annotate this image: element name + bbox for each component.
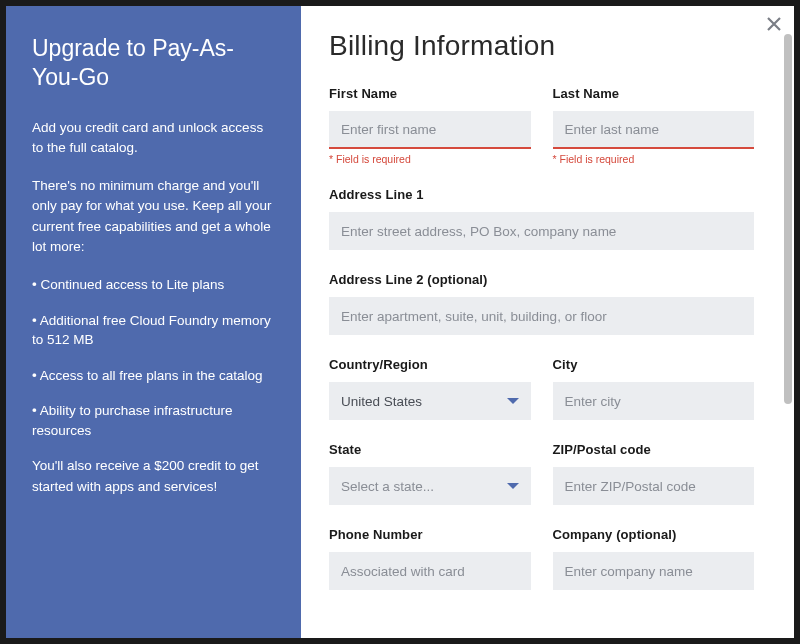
phone-input[interactable] [329, 552, 531, 590]
chevron-down-icon [507, 398, 519, 404]
city-label: City [553, 357, 755, 372]
sidebar: Upgrade to Pay-As-You-Go Add you credit … [6, 6, 301, 638]
sidebar-intro: Add you credit card and unlock access to… [32, 118, 277, 159]
last-name-input[interactable] [553, 111, 755, 149]
first-name-error: Field is required [329, 153, 531, 165]
first-name-label: First Name [329, 86, 531, 101]
address1-field: Address Line 1 [329, 187, 754, 250]
chevron-down-icon [507, 483, 519, 489]
first-name-input[interactable] [329, 111, 531, 149]
sidebar-bullet: Ability to purchase infrastructure resou… [32, 401, 277, 440]
company-input[interactable] [553, 552, 755, 590]
phone-label: Phone Number [329, 527, 531, 542]
country-label: Country/Region [329, 357, 531, 372]
state-placeholder: Select a state... [341, 479, 434, 494]
company-field: Company (optional) [553, 527, 755, 590]
country-field: Country/Region United States [329, 357, 531, 420]
address2-label: Address Line 2 (optional) [329, 272, 754, 287]
state-label: State [329, 442, 531, 457]
country-select[interactable]: United States [329, 382, 531, 420]
sidebar-outro: You'll also receive a $200 credit to get… [32, 456, 277, 497]
close-icon [764, 20, 784, 37]
sidebar-bullet: Continued access to Lite plans [32, 275, 277, 295]
state-select[interactable]: Select a state... [329, 467, 531, 505]
sidebar-bullet: Access to all free plans in the catalog [32, 366, 277, 386]
form-heading: Billing Information [329, 30, 754, 62]
last-name-error: Field is required [553, 153, 755, 165]
sidebar-bullet: Additional free Cloud Foundry memory to … [32, 311, 277, 350]
first-name-field: First Name Field is required [329, 86, 531, 165]
modal-frame: Upgrade to Pay-As-You-Go Add you credit … [0, 0, 800, 644]
zip-field: ZIP/Postal code [553, 442, 755, 505]
close-button[interactable] [764, 14, 784, 34]
address2-field: Address Line 2 (optional) [329, 272, 754, 335]
address1-label: Address Line 1 [329, 187, 754, 202]
address1-input[interactable] [329, 212, 754, 250]
country-value: United States [341, 394, 422, 409]
last-name-field: Last Name Field is required [553, 86, 755, 165]
state-field: State Select a state... [329, 442, 531, 505]
company-label: Company (optional) [553, 527, 755, 542]
sidebar-title: Upgrade to Pay-As-You-Go [32, 34, 277, 92]
city-field: City [553, 357, 755, 420]
address2-input[interactable] [329, 297, 754, 335]
sidebar-para2: There's no minimum charge and you'll onl… [32, 176, 277, 257]
billing-form: Billing Information First Name Field is … [301, 6, 794, 638]
sidebar-bullets: Continued access to Lite plans Additiona… [32, 275, 277, 440]
upgrade-dialog: Upgrade to Pay-As-You-Go Add you credit … [6, 6, 794, 638]
city-input[interactable] [553, 382, 755, 420]
zip-label: ZIP/Postal code [553, 442, 755, 457]
last-name-label: Last Name [553, 86, 755, 101]
zip-input[interactable] [553, 467, 755, 505]
phone-field: Phone Number [329, 527, 531, 590]
